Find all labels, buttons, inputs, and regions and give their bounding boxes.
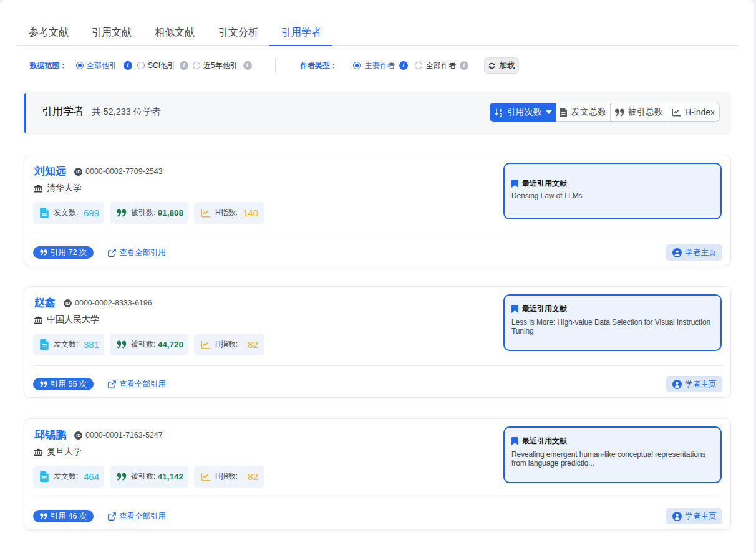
svg-text:iD: iD	[65, 301, 70, 306]
svg-text:9: 9	[499, 112, 502, 117]
svg-text:iD: iD	[76, 169, 81, 175]
svg-text:iD: iD	[76, 433, 81, 438]
